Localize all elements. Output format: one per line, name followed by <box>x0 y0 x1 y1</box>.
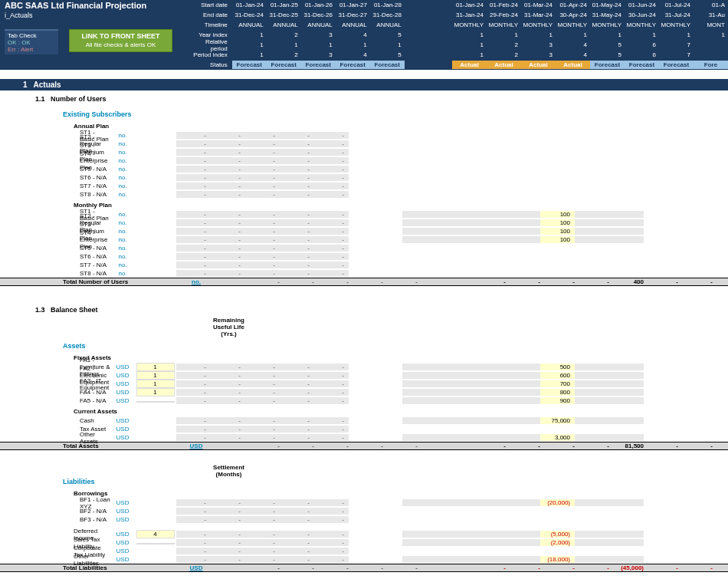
data-cell[interactable] <box>575 380 609 387</box>
data-cell[interactable] <box>437 389 471 396</box>
data-cell[interactable] <box>402 539 437 546</box>
data-cell[interactable] <box>471 417 506 424</box>
data-cell[interactable] <box>402 397 437 404</box>
data-cell[interactable] <box>437 372 471 379</box>
data-cell[interactable] <box>506 219 540 226</box>
data-cell[interactable]: (2,000) <box>540 539 575 546</box>
data-cell[interactable] <box>575 539 609 546</box>
data-cell[interactable] <box>506 397 540 404</box>
data-cell[interactable] <box>506 228 540 235</box>
data-cell[interactable] <box>609 397 644 404</box>
data-cell[interactable] <box>402 389 437 396</box>
data-cell[interactable] <box>402 211 437 218</box>
data-cell[interactable] <box>437 397 471 404</box>
data-cell[interactable] <box>471 539 506 546</box>
data-cell[interactable] <box>437 531 471 538</box>
data-cell[interactable] <box>609 219 644 226</box>
data-cell[interactable] <box>575 531 609 538</box>
data-cell[interactable] <box>609 228 644 235</box>
data-cell[interactable] <box>402 372 437 379</box>
data-cell[interactable] <box>402 417 437 424</box>
settle-input[interactable] <box>136 543 175 544</box>
data-cell[interactable] <box>609 531 644 538</box>
data-cell[interactable]: (18,000) <box>540 556 575 563</box>
data-cell[interactable] <box>471 236 506 243</box>
data-cell[interactable] <box>506 380 540 387</box>
settle-input[interactable]: 4 <box>136 530 175 538</box>
data-cell[interactable] <box>437 380 471 387</box>
data-cell[interactable] <box>437 219 471 226</box>
data-cell[interactable] <box>506 236 540 243</box>
data-cell[interactable] <box>506 364 540 370</box>
data-cell[interactable] <box>609 389 644 396</box>
data-cell[interactable] <box>609 539 644 546</box>
data-cell[interactable] <box>575 417 609 424</box>
data-cell[interactable] <box>609 211 644 218</box>
data-cell[interactable] <box>506 389 540 396</box>
data-cell[interactable] <box>506 539 540 546</box>
data-cell[interactable]: 100 <box>540 228 575 235</box>
data-cell[interactable] <box>402 236 437 243</box>
data-cell[interactable] <box>402 434 437 441</box>
data-cell[interactable]: 75,000 <box>540 417 575 424</box>
data-cell[interactable] <box>575 389 609 396</box>
data-cell[interactable]: 100 <box>540 236 575 243</box>
data-cell[interactable] <box>506 434 540 441</box>
data-cell[interactable] <box>402 531 437 538</box>
data-cell[interactable]: (5,000) <box>540 531 575 538</box>
data-cell[interactable] <box>575 236 609 243</box>
data-cell[interactable] <box>471 219 506 226</box>
data-cell[interactable]: 800 <box>540 389 575 396</box>
life-input[interactable]: 1 <box>136 363 175 371</box>
data-cell[interactable] <box>575 499 609 506</box>
data-cell[interactable] <box>575 397 609 404</box>
data-cell[interactable]: 100 <box>540 219 575 226</box>
data-cell[interactable] <box>471 372 506 379</box>
data-cell[interactable] <box>402 380 437 387</box>
life-input[interactable]: 1 <box>136 380 175 388</box>
data-cell[interactable] <box>437 556 471 563</box>
data-cell[interactable] <box>437 417 471 424</box>
data-cell[interactable] <box>437 236 471 243</box>
data-cell[interactable] <box>609 364 644 370</box>
data-cell[interactable] <box>575 556 609 563</box>
data-cell[interactable] <box>471 228 506 235</box>
data-cell[interactable] <box>609 236 644 243</box>
data-cell[interactable] <box>575 219 609 226</box>
life-input[interactable] <box>136 401 175 403</box>
data-cell[interactable]: 600 <box>540 372 575 379</box>
data-cell[interactable]: (20,000) <box>540 499 575 506</box>
data-cell[interactable] <box>437 499 471 506</box>
data-cell[interactable] <box>575 228 609 235</box>
data-cell[interactable] <box>402 228 437 235</box>
data-cell[interactable] <box>471 397 506 404</box>
data-cell[interactable] <box>609 372 644 379</box>
data-cell[interactable] <box>609 417 644 424</box>
data-cell[interactable] <box>437 434 471 441</box>
data-cell[interactable] <box>575 372 609 379</box>
data-cell[interactable] <box>471 434 506 441</box>
data-cell[interactable] <box>506 417 540 424</box>
data-cell[interactable]: 900 <box>540 397 575 404</box>
data-cell[interactable] <box>609 499 644 506</box>
data-cell[interactable] <box>471 531 506 538</box>
data-cell[interactable] <box>506 372 540 379</box>
data-cell[interactable]: 100 <box>540 211 575 218</box>
data-cell[interactable] <box>471 389 506 396</box>
data-cell[interactable]: 500 <box>540 364 575 370</box>
data-cell[interactable] <box>609 434 644 441</box>
data-cell[interactable] <box>471 364 506 370</box>
data-cell[interactable] <box>471 380 506 387</box>
data-cell[interactable] <box>609 380 644 387</box>
data-cell[interactable] <box>471 499 506 506</box>
life-input[interactable]: 1 <box>136 388 175 396</box>
link-to-front-sheet-button[interactable]: LINK TO FRONT SHEET All file checks & al… <box>69 29 172 52</box>
data-cell[interactable] <box>402 499 437 506</box>
data-cell[interactable] <box>506 531 540 538</box>
data-cell[interactable] <box>402 364 437 370</box>
life-input[interactable]: 1 <box>136 371 175 380</box>
data-cell[interactable] <box>402 219 437 226</box>
data-cell[interactable] <box>402 556 437 563</box>
data-cell[interactable] <box>506 211 540 218</box>
data-cell[interactable] <box>506 556 540 563</box>
